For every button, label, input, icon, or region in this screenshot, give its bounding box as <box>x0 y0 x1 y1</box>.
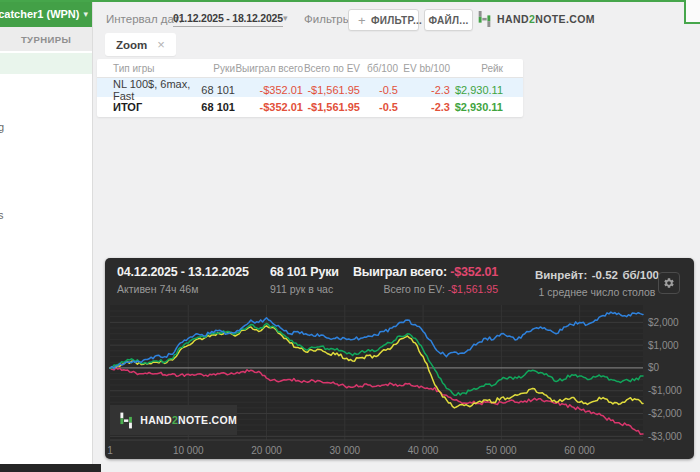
table-row-total[interactable]: ИТОГ 68 101 -$352.01 -$1,561.95 -0.5 -2.… <box>97 97 523 116</box>
zoom-filter-chip-label: Zoom <box>116 39 147 51</box>
window-top-accent-line <box>0 0 700 2</box>
cell-ev-bb100: -2.3 <box>398 101 450 113</box>
account-selector[interactable]: Luckcatcher1 (WPN) ▾ <box>0 0 92 27</box>
cell-bb100: -0.5 <box>360 84 398 96</box>
svg-text:30 000: 30 000 <box>330 445 361 456</box>
filters-label: Фильтры: <box>304 13 354 25</box>
graph-active-time: Активен 74ч 46м <box>117 282 249 296</box>
svg-text:$0: $0 <box>648 362 660 373</box>
close-icon[interactable]: × <box>157 37 165 52</box>
hand2note-logo-text: HAND2NOTE.COM <box>497 13 595 25</box>
graph-hands-per-hour: 911 рук в час <box>270 282 339 296</box>
watermark-text: HAND2NOTE.COM <box>140 414 237 426</box>
green-corner-accent <box>684 0 700 24</box>
svg-text:1: 1 <box>107 445 113 456</box>
sidebar-tab-label: ТУРНИРЫ <box>21 34 71 45</box>
svg-text:-$1,000: -$1,000 <box>648 385 682 396</box>
cell-ev-total: -$1,561.95 <box>303 101 360 113</box>
graph-ev-label: Всего по EV: <box>383 283 444 295</box>
graph-panel: $2,000$1,000$0-$1,000-$2,000-$3,000110 0… <box>105 258 694 459</box>
cell-hands: 68 101 <box>199 101 235 113</box>
cell-won-total: -$352.01 <box>235 101 303 113</box>
graph-period-block: 04.12.2025 - 13.12.2025 Активен 74ч 46м <box>117 265 249 296</box>
graph-ev-value: -$1,561.95 <box>448 283 498 295</box>
col-won-total: Выиграл всего <box>235 63 303 74</box>
sidebar-tab-tournaments[interactable]: ТУРНИРЫ <box>0 27 92 51</box>
svg-text:60 000: 60 000 <box>564 445 595 456</box>
graph-settings-button[interactable] <box>658 272 680 294</box>
cell-rake: $2,930.11 <box>450 84 503 96</box>
cell-won-total: -$352.01 <box>235 84 303 96</box>
col-game-type: Тип игры <box>113 63 199 74</box>
file-button[interactable]: ФАЙЛ... <box>424 9 473 31</box>
cell-ev-bb100: -2.3 <box>398 84 450 96</box>
cell-game-type: ИТОГ <box>113 101 199 113</box>
app-window: Luckcatcher1 (WPN) ▾ ТУРНИРЫ g s Интерва… <box>0 0 700 472</box>
graph-winrate-value: -0.52 <box>592 269 618 281</box>
graph-winrate-label: Винрейт: <box>535 269 587 281</box>
hand2note-logo: HAND2NOTE.COM <box>477 11 595 27</box>
sidebar: Luckcatcher1 (WPN) ▾ ТУРНИРЫ g s <box>0 0 93 472</box>
cell-ev-total: -$1,561.95 <box>303 84 360 96</box>
svg-text:-$2,000: -$2,000 <box>648 408 682 419</box>
col-ev-total: Всего по EV <box>303 63 360 74</box>
chevron-down-icon: ▾ <box>83 9 88 19</box>
col-rake: Рейк <box>450 63 503 74</box>
add-filter-button-label: ФИЛЬТР... <box>371 15 422 26</box>
graph-hands-block: 68 101 Руки 911 рук в час <box>270 265 339 296</box>
col-bb100: бб/100 <box>360 63 398 74</box>
hand2note-logo-icon <box>119 412 133 429</box>
cell-bb100: -0.5 <box>360 101 398 113</box>
file-button-label: ФАЙЛ... <box>428 15 468 26</box>
cell-rake: $2,930.11 <box>450 101 503 113</box>
stats-table-header: Тип игры Руки Выиграл всего Всего по EV … <box>97 59 523 78</box>
sidebar-item-clipped[interactable]: s <box>0 209 4 221</box>
svg-text:$1,000: $1,000 <box>648 340 679 351</box>
svg-text:50 000: 50 000 <box>486 445 517 456</box>
zoom-filter-chip[interactable]: Zoom × <box>105 33 176 56</box>
graph-won-block: Выиграл всего: -$352.01 Всего по EV: -$1… <box>345 265 498 296</box>
sidebar-selected-item[interactable] <box>0 53 92 74</box>
date-interval-label: Интервал дат: <box>106 13 182 25</box>
col-ev-bb100: EV bb/100 <box>398 63 450 74</box>
cell-hands: 68 101 <box>199 84 235 96</box>
graph-hands: 68 101 Руки <box>270 265 339 280</box>
chevron-down-icon[interactable]: ▾ <box>283 13 288 23</box>
table-row[interactable]: NL 100$, 6max, Fast 68 101 -$352.01 -$1,… <box>97 78 523 97</box>
chart-watermark: HAND2NOTE.COM <box>110 405 237 435</box>
svg-text:$2,000: $2,000 <box>648 317 679 328</box>
svg-text:-$3,000: -$3,000 <box>648 431 682 442</box>
cell-game-type: NL 100$, 6max, Fast <box>113 78 199 102</box>
gear-icon <box>663 277 675 289</box>
sidebar-item-clipped[interactable]: g <box>0 121 4 133</box>
graph-winrate-unit: бб/100 <box>622 269 659 281</box>
col-hands: Руки <box>199 63 235 74</box>
hand2note-logo-icon <box>477 11 492 27</box>
graph-won-label: Выиграл всего: <box>353 265 447 279</box>
stats-table: Тип игры Руки Выиграл всего Всего по EV … <box>97 59 523 117</box>
graph-won-value: -$352.01 <box>450 265 498 279</box>
svg-text:20 000: 20 000 <box>251 445 282 456</box>
svg-text:40 000: 40 000 <box>408 445 439 456</box>
sidebar-footer-bar <box>0 464 101 472</box>
plus-icon: + <box>358 13 366 28</box>
graph-period: 04.12.2025 - 13.12.2025 <box>117 265 249 280</box>
account-name: Luckcatcher1 (WPN) <box>0 8 79 20</box>
date-interval-value[interactable]: 01.12.2025 - 18.12.2025 <box>173 12 283 27</box>
svg-text:10 000: 10 000 <box>173 445 204 456</box>
add-filter-button[interactable]: + ФИЛЬТР... <box>348 9 419 31</box>
